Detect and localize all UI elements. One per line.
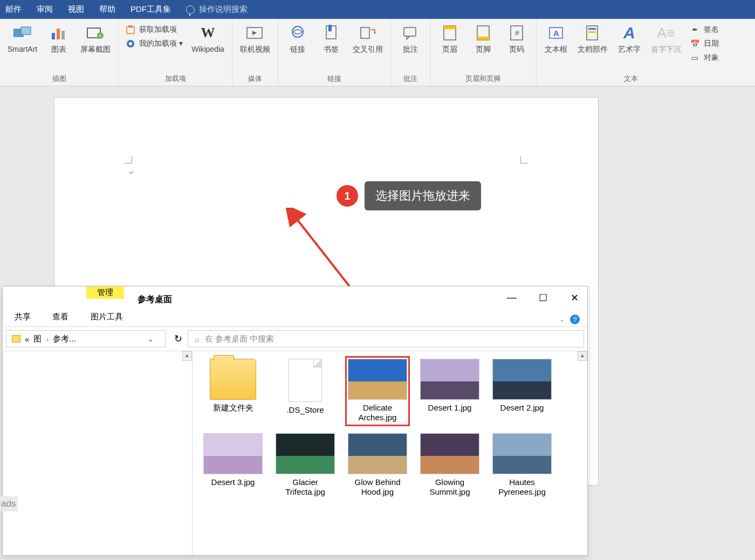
file-name: Glacier Trifecta.jpg [276, 477, 335, 497]
svg-marker-13 [252, 31, 257, 35]
folder-thumb-icon [210, 359, 256, 400]
footer-button[interactable]: 页脚 [468, 21, 498, 56]
svg-rect-30 [588, 28, 596, 30]
breadcrumb-part[interactable]: 参考... [53, 334, 76, 344]
wordart-button[interactable]: A 艺术字 [614, 21, 644, 56]
svg-text:#: # [515, 29, 519, 37]
svg-rect-3 [57, 29, 60, 39]
explorer-search[interactable]: ⌕ 在 参考桌面 中搜索 [188, 330, 584, 347]
menubar-item[interactable]: PDF工具集 [131, 4, 171, 15]
menubar-item[interactable]: 视图 [68, 4, 84, 15]
object-button[interactable]: ▭ 对象 [690, 52, 719, 63]
ribbon-group-text: A 文本框 文档部件 A 艺术字 A≡ 首字下沉 ✒ 签名 [537, 19, 725, 86]
image-thumb [276, 433, 335, 474]
address-dropdown-icon[interactable]: ⌄ [142, 334, 160, 344]
textbox-button[interactable]: A 文本框 [541, 21, 571, 56]
online-video-button[interactable]: 联机视频 [237, 21, 273, 56]
svg-rect-9 [128, 25, 133, 28]
tell-me-search[interactable]: 操作说明搜索 [186, 4, 248, 15]
signature-button[interactable]: ✒ 签名 [690, 24, 719, 35]
chart-button[interactable]: 图表 [44, 21, 74, 56]
footer-icon [473, 23, 493, 43]
blank-file-icon [289, 359, 322, 402]
file-item[interactable]: Desert 1.jpg [420, 359, 479, 424]
folder-icon [12, 335, 20, 343]
store-icon [125, 24, 136, 35]
annotation-text: 选择图片拖放进来 [365, 181, 481, 210]
parts-button[interactable]: 文档部件 [574, 21, 611, 56]
wordart-icon: A [620, 23, 639, 43]
svg-rect-17 [361, 28, 369, 38]
crossref-button[interactable]: 交叉引用 [349, 21, 386, 56]
ribbon-group-label: 插图 [4, 73, 114, 85]
step-badge: 1 [337, 185, 358, 207]
file-item[interactable]: Glowing Summit.jpg [420, 433, 479, 497]
file-item[interactable]: Hautes Pyrenees.jpg [492, 433, 552, 497]
menubar-item[interactable]: 审阅 [37, 4, 53, 15]
svg-text:+: + [99, 33, 102, 39]
file-item[interactable]: .DS_Store [276, 359, 335, 424]
ribbon-collapse-icon[interactable]: ⌄ [559, 316, 565, 323]
address-bar[interactable]: « 图 › 参考... ⌄ [6, 330, 166, 347]
file-item[interactable]: Desert 2.jpg [492, 359, 552, 424]
svg-rect-1 [21, 27, 31, 35]
myaddins-icon [125, 38, 136, 49]
file-name: Glow Behind Hood.jpg [348, 477, 407, 497]
file-name: Delicate Arches.jpg [348, 403, 407, 422]
dropcap-button[interactable]: A≡ 首字下沉 [648, 21, 684, 56]
header-button[interactable]: 页眉 [435, 21, 465, 56]
get-addins-button[interactable]: 获取加载项 [125, 24, 183, 35]
file-item[interactable]: Glacier Trifecta.jpg [276, 433, 335, 497]
comment-button[interactable]: + 批注 [395, 21, 425, 56]
contextual-tab-manage[interactable]: 管理 [86, 286, 124, 299]
wikipedia-button[interactable]: W Wikipedia [188, 21, 228, 56]
date-button[interactable]: 📅 日期 [690, 38, 719, 49]
file-item[interactable]: 新建文件夹 [203, 359, 263, 424]
svg-rect-16 [328, 25, 332, 31]
maximize-button[interactable]: ☐ [536, 292, 551, 304]
file-item[interactable]: Delicate Arches.jpg [348, 359, 407, 424]
image-thumb [420, 359, 479, 400]
link-button[interactable]: 链接 [283, 21, 313, 56]
file-name: Hautes Pyrenees.jpg [492, 477, 552, 497]
ribbon: SmartArt 图表 + 屏幕截图 插图 获取加载项 我的加载项 [0, 19, 755, 86]
file-item[interactable]: Desert 3.jpg [203, 433, 263, 497]
ribbon-group-label: 加载项 [123, 73, 228, 85]
close-button[interactable]: ✕ [567, 292, 582, 304]
file-name: 新建文件夹 [213, 403, 253, 413]
ribbon-group-illustrations: SmartArt 图表 + 屏幕截图 插图 [0, 19, 119, 86]
pagenum-icon: # [507, 23, 526, 43]
file-name: Desert 1.jpg [428, 403, 472, 413]
word-menubar: 邮件 审阅 视图 帮助 PDF工具集 操作说明搜索 [0, 0, 755, 19]
window-title: 参考桌面 [138, 294, 172, 305]
image-thumb [348, 359, 407, 400]
navigation-pane[interactable]: ▴ [3, 351, 193, 555]
pagenum-button[interactable]: # 页码 [502, 21, 532, 56]
breadcrumb-separator-icon: › [46, 334, 49, 344]
video-icon [245, 23, 265, 43]
tab-share[interactable]: 共享 [12, 310, 33, 324]
help-icon[interactable]: ? [570, 315, 580, 324]
smartart-button[interactable]: SmartArt [4, 21, 40, 56]
minimize-button[interactable]: — [504, 292, 519, 304]
scroll-up-icon[interactable]: ▴ [578, 351, 587, 361]
menubar-item[interactable]: 帮助 [99, 4, 115, 15]
file-list: ▴ 新建文件夹.DS_StoreDelicate Arches.jpgDeser… [193, 351, 587, 555]
tab-picture-tools[interactable]: 图片工具 [85, 310, 128, 324]
ribbon-group-label: 页眉和页脚 [435, 73, 532, 85]
file-item[interactable]: Glow Behind Hood.jpg [348, 433, 407, 497]
bookmark-button[interactable]: 书签 [316, 21, 346, 56]
refresh-button[interactable]: ↻ [169, 327, 188, 351]
svg-text:A: A [553, 29, 559, 38]
breadcrumb-part[interactable]: 图 [33, 334, 42, 344]
ribbon-group-label: 批注 [395, 73, 425, 85]
screenshot-button[interactable]: + 屏幕截图 [77, 21, 114, 56]
menubar-item[interactable]: 邮件 [5, 4, 22, 15]
breadcrumb-prefix: « [25, 334, 29, 344]
link-icon [288, 23, 307, 43]
comment-icon: + [401, 23, 420, 43]
search-placeholder: 在 参考桌面 中搜索 [205, 334, 274, 344]
scroll-up-icon[interactable]: ▴ [182, 351, 192, 361]
tab-view[interactable]: 查看 [50, 310, 71, 324]
my-addins-button[interactable]: 我的加载项 ▾ [125, 38, 183, 49]
